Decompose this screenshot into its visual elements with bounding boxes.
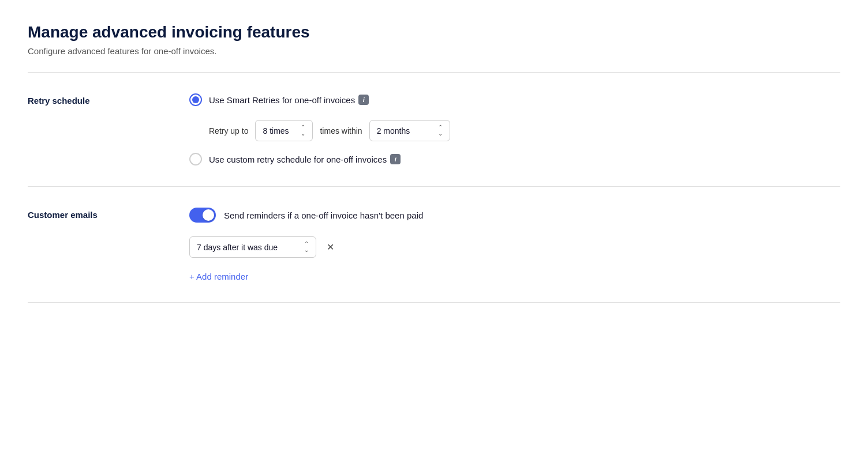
retry-prefix-label: Retry up to: [209, 126, 248, 136]
retry-sub-row: Retry up to 8 times times within 2 month…: [189, 120, 840, 141]
smart-retries-option[interactable]: Use Smart Retries for one-off invoices i: [189, 93, 840, 106]
add-reminder-button[interactable]: + Add reminder: [189, 272, 840, 281]
reminder-selector-row: 7 days after it was due ✕: [189, 236, 840, 258]
times-within-label: times within: [320, 126, 362, 136]
smart-retries-radio[interactable]: [189, 93, 202, 106]
retry-times-value: 8 times: [263, 126, 289, 136]
page-subtitle: Configure advanced features for one-off …: [28, 46, 840, 56]
reminder-days-value: 7 days after it was due: [197, 243, 278, 252]
custom-retry-option[interactable]: Use custom retry schedule for one-off in…: [189, 153, 840, 165]
retry-months-chevron: [438, 125, 443, 137]
reminder-days-chevron: [304, 241, 309, 253]
reminder-toggle[interactable]: [189, 208, 216, 223]
retry-times-select[interactable]: 8 times: [255, 120, 313, 141]
retry-times-chevron: [301, 125, 305, 137]
custom-retry-info-icon[interactable]: i: [390, 154, 401, 164]
reminder-toggle-label: Send reminders if a one-off invoice hasn…: [224, 210, 423, 220]
retry-schedule-content: Use Smart Retries for one-off invoices i…: [189, 93, 840, 165]
retry-months-select[interactable]: 2 months: [369, 120, 450, 141]
page-title: Manage advanced invoicing features: [28, 23, 840, 42]
custom-retry-radio[interactable]: [189, 153, 202, 165]
retry-schedule-label: Retry schedule: [28, 93, 189, 106]
toggle-knob: [203, 209, 214, 221]
reminder-toggle-row: Send reminders if a one-off invoice hasn…: [189, 208, 840, 223]
bottom-divider: [28, 302, 840, 303]
remove-reminder-button[interactable]: ✕: [323, 240, 337, 254]
retry-months-value: 2 months: [377, 126, 410, 136]
smart-retries-info-icon[interactable]: i: [358, 95, 369, 105]
customer-emails-label: Customer emails: [28, 208, 189, 220]
customer-emails-section: Customer emails Send reminders if a one-…: [28, 187, 840, 302]
custom-retry-label: Use custom retry schedule for one-off in…: [209, 154, 401, 164]
retry-schedule-section: Retry schedule Use Smart Retries for one…: [28, 73, 840, 186]
reminder-days-select[interactable]: 7 days after it was due: [189, 236, 316, 258]
customer-emails-content: Send reminders if a one-off invoice hasn…: [189, 208, 840, 281]
smart-retries-label: Use Smart Retries for one-off invoices i: [209, 95, 369, 105]
